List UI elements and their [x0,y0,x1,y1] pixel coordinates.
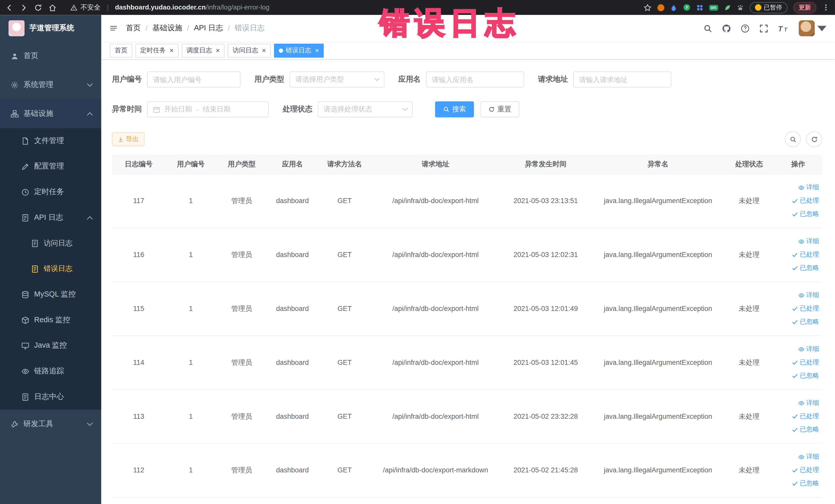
browser-reload-icon[interactable] [34,4,42,12]
home-icon [11,52,19,60]
export-button[interactable]: 导出 [112,132,144,146]
sidebar-item-log-center[interactable]: 日志中心 [0,384,101,410]
font-size-icon[interactable]: TT [778,24,789,33]
table-header-row: 日志编号 用户编号 用户类型 应用名 请求方法名 请求地址 异常发生时间 异常名… [112,155,822,174]
tab-home[interactable]: 首页 [110,43,132,57]
svg-text:T: T [778,24,783,33]
toggle-search-button[interactable] [785,131,801,147]
bookmark-star-icon[interactable] [643,4,651,12]
sidebar-item-trace[interactable]: 链路追踪 [0,358,101,384]
close-icon[interactable]: × [216,47,220,54]
sidebar-item-home[interactable]: 首页 [0,42,101,70]
sidebar-item-system[interactable]: 系统管理 [0,70,101,99]
cell-exception-name: java.lang.IllegalArgumentException [592,282,725,336]
eye-icon [798,400,805,406]
sidebar-item-java-monitor[interactable]: Java 监控 [0,333,101,358]
sidebar-item-redis-monitor[interactable]: Redis 监控 [0,307,101,333]
help-icon[interactable] [740,24,750,33]
sidebar-item-error-log[interactable]: 错误日志 [0,256,101,282]
cell-user-id: 1 [166,336,217,389]
mark-ignored-link[interactable]: 已忽略 [792,209,819,219]
cell-exception-name: java.lang.IllegalArgumentException [592,336,725,389]
browser-back-icon[interactable] [5,4,13,12]
extension-on-badge[interactable]: on [709,5,718,11]
tab-schedule-log[interactable]: 调度日志 × [182,43,224,57]
exception-time-range-picker[interactable]: 开始日期 - 结束日期 [147,101,269,117]
detail-link[interactable]: 详细 [798,237,819,246]
sidebar-item-infra[interactable]: 基础设施 [0,99,101,128]
cell-log-id: 117 [112,174,165,228]
mark-processed-link[interactable]: 已处理 [792,412,819,421]
tab-access-log[interactable]: 访问日志 × [228,43,270,57]
sidebar-item-api-log[interactable]: API 日志 [0,205,101,230]
sidebar-item-access-log[interactable]: 访问日志 [0,230,101,256]
chevron-down-icon [87,83,93,87]
detail-link[interactable]: 详细 [798,399,819,407]
sidebar-item-scheduled-job[interactable]: 定时任务 [0,179,101,205]
search-button[interactable]: 搜索 [435,101,474,117]
detail-link[interactable]: 详细 [798,183,819,192]
request-url-input[interactable] [573,72,671,87]
user-id-input[interactable] [147,72,241,87]
cell-log-id: 113 [112,389,165,443]
fullscreen-icon[interactable] [759,24,768,33]
mark-ignored-link[interactable]: 已忽略 [792,371,819,380]
user-type-select[interactable]: 请选择用户类型 [289,72,385,87]
table-row: 116 1 管理员 dashboard GET /api/infra/db-do… [112,228,822,282]
mark-processed-link[interactable]: 已处理 [792,358,819,367]
document-icon [31,265,39,273]
cell-method: GET [318,282,371,336]
close-icon[interactable]: × [262,47,266,54]
security-chip[interactable]: 不安全 [70,3,100,12]
close-icon[interactable]: × [315,47,319,54]
tab-scheduled-job[interactable]: 定时任务 × [136,43,178,57]
cell-actions: 详细 已处理 已忽略 [774,389,822,443]
mark-processed-link[interactable]: 已处理 [792,465,819,475]
breadcrumb-api-log[interactable]: API 日志 [194,23,223,33]
app-logo[interactable]: 芋道管理系统 [0,15,101,42]
breadcrumb-home[interactable]: 首页 [126,23,141,33]
sidebar-item-devtools[interactable]: 研发工具 [0,409,101,438]
mark-ignored-link[interactable]: 已忽略 [792,479,819,488]
mark-ignored-link[interactable]: 已忽略 [792,263,819,273]
close-icon[interactable]: × [170,47,174,54]
reset-button[interactable]: 重置 [481,101,520,117]
detail-link[interactable]: 详细 [798,291,819,300]
process-status-select[interactable]: 请选择处理状态 [318,101,413,117]
refresh-table-button[interactable] [806,131,822,147]
sidebar-item-mysql-monitor[interactable]: MySQL 监控 [0,282,101,307]
extension-icon-grid[interactable] [696,4,703,11]
browser-home-icon[interactable] [48,4,57,12]
tab-error-log[interactable]: 错误日志 × [274,43,324,57]
browser-menu-icon[interactable] [822,4,830,11]
check-icon [792,480,798,487]
mark-ignored-link[interactable]: 已忽略 [792,425,819,434]
mark-processed-link[interactable]: 已处理 [792,250,819,259]
extension-icon-leaf[interactable] [724,4,731,11]
detail-link[interactable]: 详细 [798,345,819,354]
github-icon[interactable] [722,24,731,33]
detail-link[interactable]: 详细 [798,452,819,461]
extension-icon-y[interactable]: Y [683,4,690,11]
cell-exception-name: java.lang.IllegalArgumentException [592,174,725,228]
extension-icon-paw[interactable] [737,4,744,11]
process-status-label: 处理状态 [283,104,312,114]
mark-processed-link[interactable]: 已处理 [792,304,819,313]
mark-processed-link[interactable]: 已处理 [792,196,819,205]
mark-ignored-link[interactable]: 已忽略 [792,317,819,326]
paused-extension-pill[interactable]: 已暂停 [750,2,788,13]
user-menu[interactable] [799,20,827,36]
app-name-input[interactable] [426,72,524,87]
breadcrumb-infra[interactable]: 基础设施 [152,23,182,33]
extension-icon-orange[interactable] [657,4,664,11]
sidebar-item-file-manage[interactable]: 文件管理 [0,128,101,154]
cell-method: GET [318,174,371,228]
search-icon[interactable] [703,24,712,33]
active-dot-icon [279,48,283,53]
extension-icon-drop[interactable] [670,4,677,11]
hamburger-icon[interactable] [110,25,117,32]
sidebar-item-config-manage[interactable]: 配置管理 [0,154,101,179]
browser-forward-icon[interactable] [20,4,28,12]
address-bar[interactable]: dashboard.yudao.iocoder.cn/infra/log/api… [115,4,269,11]
browser-update-button[interactable]: 更新 [793,2,816,13]
